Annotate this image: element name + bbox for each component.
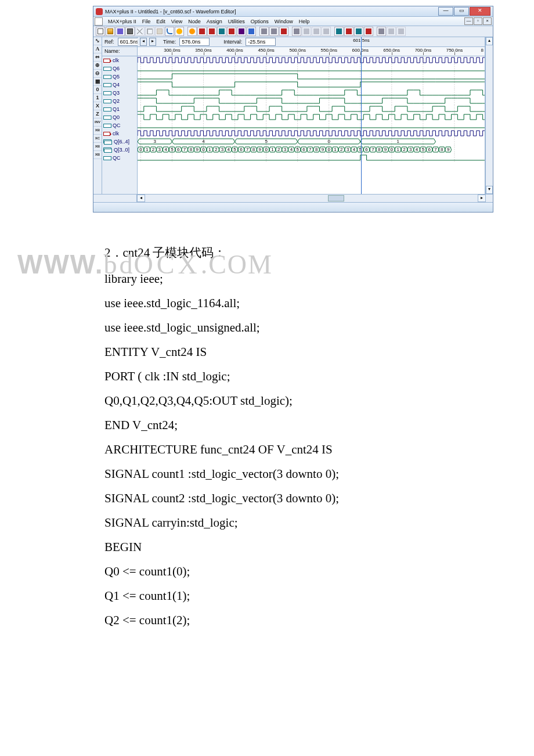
tool-icon [322, 27, 331, 36]
tool-icon[interactable] [364, 27, 373, 36]
side-tool-high[interactable]: 1 [93, 94, 102, 102]
new-icon[interactable] [96, 27, 105, 36]
signal-row[interactable]: Q[6..4] [102, 138, 137, 146]
ref-label: Ref: [103, 39, 116, 45]
tool-icon[interactable] [259, 27, 269, 36]
side-tool[interactable]: XB [93, 151, 102, 159]
signal-row[interactable]: clk [102, 56, 137, 64]
print-icon[interactable] [125, 27, 135, 36]
svg-text:0: 0 [202, 147, 205, 152]
tool-icon[interactable] [247, 27, 256, 36]
svg-text:4: 4 [164, 147, 167, 152]
scroll-left-icon[interactable]: ◂ [140, 38, 147, 46]
maximize-button[interactable]: ▭ [454, 7, 469, 16]
svg-text:9: 9 [447, 147, 450, 152]
name-header: Name: [102, 47, 137, 56]
side-tool-zoom-in-icon[interactable]: ⊕ [93, 62, 102, 70]
tool-icon[interactable] [334, 27, 344, 36]
svg-text:7: 7 [309, 147, 312, 152]
menu[interactable]: File [139, 19, 154, 24]
side-tool-fit-icon[interactable]: ▦ [93, 78, 102, 86]
mdi-close[interactable]: × [483, 17, 492, 25]
menu[interactable]: Help [296, 19, 313, 24]
tool-icon[interactable] [187, 27, 197, 36]
svg-text:4: 4 [202, 139, 205, 144]
menu[interactable]: Edit [153, 19, 168, 24]
scroll-up-icon[interactable]: ▴ [486, 37, 493, 45]
save-icon[interactable] [116, 27, 125, 36]
side-tool[interactable]: ⇔ [93, 53, 102, 62]
signal-row[interactable]: Q6 [102, 64, 137, 73]
tool-icon[interactable] [354, 27, 363, 36]
help-icon[interactable] [175, 27, 184, 36]
side-tool-low[interactable]: 0 [93, 86, 102, 94]
side-tool-z[interactable]: Z [93, 110, 102, 118]
tool-icon[interactable] [279, 27, 288, 36]
side-tool[interactable]: XB [93, 127, 102, 135]
hscroll-thumb[interactable] [328, 195, 344, 201]
menu[interactable]: Utilities [225, 19, 248, 24]
menu[interactable]: Node [185, 19, 204, 24]
signal-row[interactable]: clk [102, 129, 137, 138]
tool-icon[interactable] [207, 27, 217, 36]
waveform-area[interactable]: ◂ ▸ Time: 576.0ns Interval: -25.5ns 601.… [138, 37, 485, 194]
side-tool[interactable]: ⤡ [93, 37, 102, 45]
time-input[interactable]: 576.0ns [179, 38, 210, 46]
close-button[interactable]: ✕ [470, 7, 490, 16]
tool-icon[interactable] [237, 27, 246, 36]
tool-icon[interactable] [377, 27, 386, 36]
svg-text:9: 9 [196, 147, 199, 152]
tool-icon[interactable] [344, 27, 353, 36]
signal-row[interactable]: Q2 [102, 97, 137, 105]
signal-row[interactable]: QC [102, 154, 137, 162]
side-tool-inv[interactable]: INV [93, 118, 102, 127]
side-tool[interactable]: A [93, 45, 102, 53]
undo-icon[interactable] [165, 27, 174, 36]
mdi-max[interactable]: ▫ [474, 17, 482, 25]
menu[interactable]: View [168, 19, 185, 24]
svg-text:2: 2 [340, 147, 343, 152]
tool-icon[interactable] [197, 27, 207, 36]
svg-text:7: 7 [183, 147, 186, 152]
cursor-line[interactable] [361, 37, 362, 194]
tool-icon[interactable] [217, 27, 226, 36]
side-tool-zoom-out-icon[interactable]: ⊖ [93, 70, 102, 78]
minimize-button[interactable]: — [438, 7, 453, 16]
signal-row[interactable]: Q1 [102, 105, 137, 113]
side-tool-x[interactable]: X [93, 102, 102, 110]
signal-row[interactable]: Q3 [102, 89, 137, 97]
horizontal-scrollbar[interactable]: ◂ ▸ [93, 194, 493, 202]
svg-text:3: 3 [284, 147, 287, 152]
code-line: Q0,Q1,Q2,Q3,Q4,Q5:OUT std_logic); [104, 388, 499, 413]
menu[interactable]: Options [248, 19, 272, 24]
tool-icon[interactable] [269, 27, 279, 36]
svg-text:0: 0 [139, 147, 142, 152]
signal-row[interactable]: QC [102, 121, 137, 129]
output-pin-icon [103, 156, 111, 160]
signal-row[interactable]: Q[3..0] [102, 146, 137, 154]
signal-row[interactable]: Q0 [102, 113, 137, 121]
svg-text:8: 8 [315, 147, 318, 152]
menu[interactable]: Assign [204, 19, 225, 24]
svg-text:1: 1 [146, 147, 149, 152]
signal-row[interactable]: Q4 [102, 81, 137, 89]
vertical-scrollbar[interactable]: ▴ ▾ [485, 37, 493, 194]
open-icon[interactable] [106, 27, 115, 36]
mdi-min[interactable]: — [464, 17, 473, 25]
code-line: BEGIN [104, 535, 499, 559]
copy-icon [145, 27, 154, 36]
signal-row[interactable]: Q5 [102, 73, 137, 81]
tool-icon[interactable] [292, 27, 301, 36]
svg-text:6: 6 [240, 147, 243, 152]
title-bar[interactable]: MAX+plus II - Untitled1 - [v_cnt60.scf -… [93, 6, 493, 17]
tool-icon[interactable] [227, 27, 236, 36]
scroll-right-icon[interactable]: ▸ [149, 38, 156, 46]
hscroll-right-icon[interactable]: ▸ [478, 195, 486, 202]
hscroll-left-icon[interactable]: ◂ [137, 195, 145, 202]
side-tool[interactable]: XB [93, 143, 102, 151]
scroll-down-icon[interactable]: ▾ [486, 186, 493, 194]
svg-text:7: 7 [246, 147, 249, 152]
menu[interactable]: MAX+plus II [105, 19, 139, 24]
menu[interactable]: Window [272, 19, 296, 24]
side-tool[interactable]: XC [93, 135, 102, 143]
